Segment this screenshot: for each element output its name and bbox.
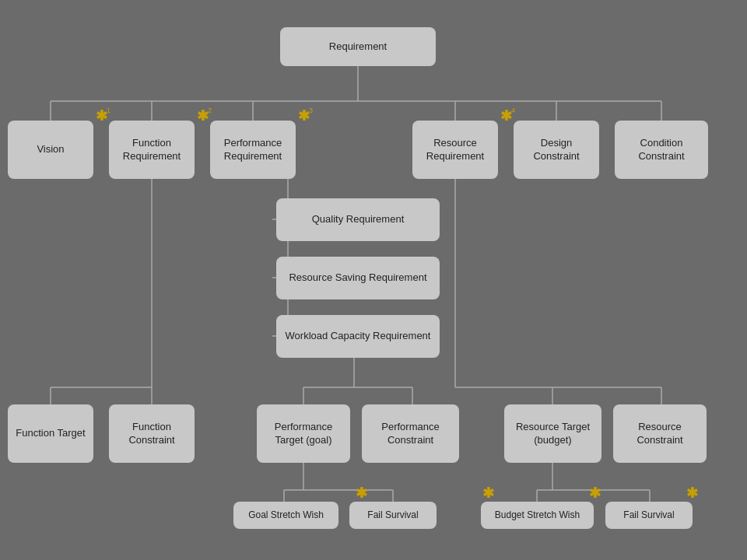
requirement-node: Requirement xyxy=(280,27,436,66)
design-constraint-node: Design Constraint xyxy=(514,121,599,179)
star-2: ✱ xyxy=(197,109,209,123)
fail-survival-1-node: Fail Survival xyxy=(349,502,437,529)
star-1-num: 1 xyxy=(107,107,110,114)
performance-target-node: Performance Target (goal) xyxy=(257,404,350,463)
function-requirement-node: Function Requirement xyxy=(109,121,195,179)
star-5: ✱ xyxy=(356,486,367,500)
star-7: ✱ xyxy=(589,486,601,500)
star-6: ✱ xyxy=(482,486,494,500)
resource-requirement-node: Resource Requirement xyxy=(412,121,498,179)
goal-stretch-wish-node: Goal Stretch Wish xyxy=(233,502,338,529)
condition-constraint-node: Condition Constraint xyxy=(615,121,708,179)
performance-requirement-node: Performance Requirement xyxy=(210,121,296,179)
star-1: ✱ xyxy=(96,109,107,123)
performance-constraint-node: Performance Constraint xyxy=(362,404,459,463)
diagram: Requirement Vision Function Requirement … xyxy=(0,0,747,560)
quality-requirement-node: Quality Requirement xyxy=(276,198,440,241)
budget-stretch-wish-node: Budget Stretch Wish xyxy=(481,502,594,529)
resource-saving-requirement-node: Resource Saving Requirement xyxy=(276,257,440,299)
fail-survival-2-node: Fail Survival xyxy=(605,502,693,529)
star-2-num: 2 xyxy=(208,107,212,114)
resource-constraint-node: Resource Constraint xyxy=(613,404,707,463)
function-target-node: Function Target xyxy=(8,404,93,463)
star-3-num: 3 xyxy=(309,107,313,114)
star-4-num: 4 xyxy=(511,107,515,114)
star-8: ✱ xyxy=(686,486,698,500)
vision-node: Vision xyxy=(8,121,93,179)
resource-target-node: Resource Target (budget) xyxy=(504,404,601,463)
function-constraint-node: Function Constraint xyxy=(109,404,195,463)
star-3: ✱ xyxy=(298,109,310,123)
star-4: ✱ xyxy=(500,109,512,123)
workload-capacity-requirement-node: Workload Capacity Requirement xyxy=(276,315,440,358)
